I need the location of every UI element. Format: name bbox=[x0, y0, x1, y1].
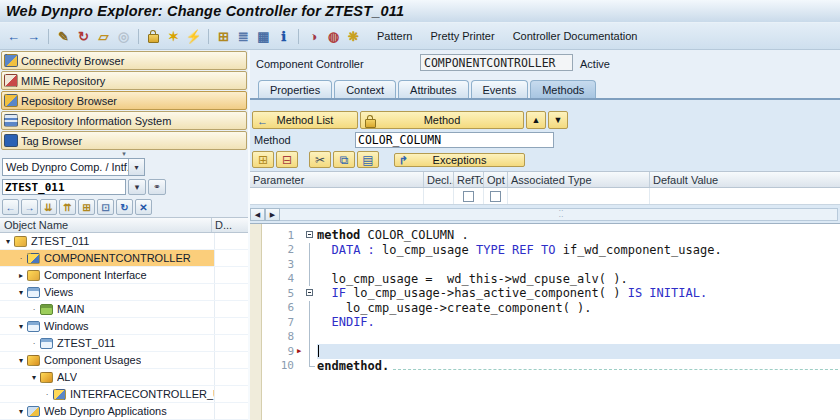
tree-item-content: ▸Component Interface bbox=[0, 267, 215, 283]
object-list-button[interactable]: ≣ bbox=[234, 27, 253, 46]
scroll-left-icon[interactable] bbox=[250, 208, 265, 221]
method-list-button[interactable]: ← Method List bbox=[252, 111, 358, 129]
object-dropdown-button[interactable]: ▾ bbox=[128, 179, 146, 195]
tree-expander-icon[interactable]: ▾ bbox=[16, 407, 26, 416]
expand-all-button[interactable]: ⇈ bbox=[59, 199, 76, 215]
close-tree-button[interactable]: ✕ bbox=[135, 199, 152, 215]
delete-row-button[interactable]: ⊟ bbox=[276, 151, 298, 168]
code-line[interactable]: 5 IF lo_cmp_usage->has_active_component(… bbox=[262, 286, 840, 301]
activate-button[interactable]: ⚡ bbox=[184, 27, 203, 46]
back-button[interactable]: ← bbox=[4, 27, 23, 46]
parameter-cell-parameter[interactable] bbox=[250, 188, 424, 204]
tree-expander-icon[interactable]: ▾ bbox=[16, 356, 26, 365]
other-object-button[interactable]: ▱ bbox=[94, 27, 113, 46]
tree-expander-icon[interactable]: ▾ bbox=[16, 288, 26, 297]
refresh-button[interactable]: ↻ bbox=[74, 27, 93, 46]
paste-button[interactable]: ▤ bbox=[357, 151, 379, 168]
code-line[interactable]: 4 lo_cmp_usage = wd_this->wd_cpuse_alv( … bbox=[262, 272, 840, 287]
code-line[interactable]: 9▶ bbox=[262, 344, 840, 359]
refresh-tree-button[interactable]: ↻ bbox=[116, 199, 133, 215]
pattern-wand-button[interactable]: ❋ bbox=[344, 27, 363, 46]
code-line[interactable]: 2 DATA : lo_cmp_usage TYPE REF TO if_wd_… bbox=[262, 243, 840, 258]
code-line[interactable]: 8 bbox=[262, 330, 840, 345]
runtime-analysis-button[interactable]: ◍ bbox=[324, 27, 343, 46]
forward-button[interactable]: → bbox=[21, 199, 38, 215]
tree-expander-icon[interactable]: ▾ bbox=[29, 373, 39, 382]
exceptions-button[interactable]: ↱ Exceptions bbox=[394, 153, 525, 167]
toolbar-text-button-controller-documentation[interactable]: Controller Documentation bbox=[504, 30, 647, 42]
tree-expander-icon[interactable]: ▾ bbox=[16, 322, 26, 331]
method-button[interactable]: Method bbox=[360, 111, 524, 129]
controller-name-field[interactable]: COMPONENTCONTROLLER bbox=[420, 54, 573, 71]
tree-item-alv[interactable]: ▾ALV bbox=[0, 369, 248, 386]
tree-item-ztest_011[interactable]: ·ZTEST_011 bbox=[0, 335, 248, 352]
check-button[interactable]: ✶ bbox=[164, 27, 183, 46]
fold-collapse-icon[interactable] bbox=[304, 286, 317, 301]
insert-row-button[interactable]: ⊞ bbox=[252, 151, 274, 168]
code-line[interactable]: 7 ENDIF. bbox=[262, 315, 840, 330]
collapse-all-button[interactable]: ⇊ bbox=[40, 199, 57, 215]
refto-checkbox[interactable] bbox=[463, 191, 474, 202]
sidebar-item-mime-repository[interactable]: MIME Repository bbox=[1, 71, 247, 90]
abap-code-editor[interactable]: 1method COLOR_COLUMN .2 DATA : lo_cmp_us… bbox=[250, 223, 840, 420]
session-button[interactable]: ◎ bbox=[114, 27, 133, 46]
sidebar-item-repository-browser[interactable]: Repository Browser bbox=[1, 91, 247, 110]
code-line[interactable]: 1method COLOR_COLUMN . bbox=[262, 228, 840, 243]
detail-view-button[interactable]: ⊡ bbox=[97, 199, 114, 215]
chevron-down-icon[interactable] bbox=[128, 159, 144, 175]
parameter-cell-decl[interactable] bbox=[424, 188, 454, 204]
toolbar-text-button-pretty-printer[interactable]: Pretty Printer bbox=[421, 30, 503, 42]
tree-item-windows[interactable]: ▾Windows bbox=[0, 318, 248, 335]
tab-context[interactable]: Context bbox=[334, 80, 396, 98]
panel-splitter-handle[interactable] bbox=[0, 150, 248, 158]
copy-button[interactable]: ⧉ bbox=[333, 151, 355, 168]
next-method-button[interactable]: ▼ bbox=[548, 111, 568, 129]
sidebar-item-repository-information-system[interactable]: Repository Information System bbox=[1, 111, 247, 130]
execute-button[interactable]: ◑ bbox=[304, 27, 323, 46]
tree-item-views[interactable]: ▾Views bbox=[0, 284, 248, 301]
code-line[interactable]: 6 lo_cmp_usage->create_component( ). bbox=[262, 301, 840, 316]
object-type-select[interactable]: Web Dynpro Comp. / Intf. bbox=[2, 158, 145, 176]
parameter-cell-associatedtype[interactable] bbox=[508, 188, 650, 204]
tree-item-component interface[interactable]: ▸Component Interface bbox=[0, 267, 248, 284]
parameter-cell-opt[interactable] bbox=[484, 188, 508, 204]
fold-collapse-icon[interactable] bbox=[304, 228, 317, 243]
cut-button[interactable]: ✂ bbox=[309, 151, 331, 168]
object-name-input[interactable] bbox=[2, 179, 126, 195]
display-object-button[interactable]: ⚭ bbox=[148, 179, 166, 195]
forward-button[interactable]: → bbox=[24, 27, 43, 46]
parameter-cell-defaultvalue[interactable] bbox=[650, 188, 840, 204]
sidebar-item-tag-browser[interactable]: Tag Browser bbox=[1, 131, 247, 150]
tab-properties[interactable]: Properties bbox=[258, 80, 332, 98]
opt-checkbox[interactable] bbox=[490, 191, 501, 202]
tree-item-web dynpro applications[interactable]: ▾Web Dynpro Applications bbox=[0, 403, 248, 420]
tab-attributes[interactable]: Attributes bbox=[398, 80, 468, 98]
previous-method-button[interactable]: ▲ bbox=[526, 111, 546, 129]
tree-item-interfacecontroller_usage[interactable]: ·INTERFACECONTROLLER_USAGE bbox=[0, 386, 248, 403]
tree-item-label: Views bbox=[44, 286, 73, 298]
code-line[interactable]: 10endmethod. bbox=[262, 359, 840, 374]
parameter-cell-refto[interactable] bbox=[454, 188, 484, 204]
code-line[interactable]: 3 bbox=[262, 257, 840, 272]
tree-item-main[interactable]: ·MAIN bbox=[0, 301, 248, 318]
tree-item-ztest_011[interactable]: ▾ZTEST_011 bbox=[0, 233, 248, 250]
info-button[interactable]: ℹ bbox=[274, 27, 293, 46]
hierarchy-button[interactable]: ⊞ bbox=[214, 27, 233, 46]
hierarchy-plus-button[interactable]: ⊞ bbox=[78, 199, 95, 215]
tab-events[interactable]: Events bbox=[471, 80, 529, 98]
tab-methods[interactable]: Methods bbox=[530, 80, 596, 98]
tree-expander-icon[interactable]: ▸ bbox=[16, 271, 26, 280]
display-change-button[interactable]: ✎ bbox=[54, 27, 73, 46]
scroll-right-icon[interactable] bbox=[265, 208, 280, 221]
table-view-button[interactable]: ▦ bbox=[254, 27, 273, 46]
back-button[interactable]: ← bbox=[2, 199, 19, 215]
toolbar-text-button-pattern[interactable]: Pattern bbox=[368, 30, 421, 42]
sidebar-item-connectivity-browser[interactable]: Connectivity Browser bbox=[1, 51, 247, 70]
tree-expander-icon[interactable]: ▾ bbox=[3, 237, 13, 246]
chevron-down-icon: ▾ bbox=[135, 182, 140, 192]
scrollbar-track[interactable] bbox=[280, 208, 838, 221]
tree-item-componentcontroller[interactable]: ·COMPONENTCONTROLLER bbox=[0, 250, 248, 267]
tree-item-component usages[interactable]: ▾Component Usages bbox=[0, 352, 248, 369]
method-name-input[interactable] bbox=[355, 132, 554, 148]
lock-button[interactable] bbox=[144, 27, 163, 46]
